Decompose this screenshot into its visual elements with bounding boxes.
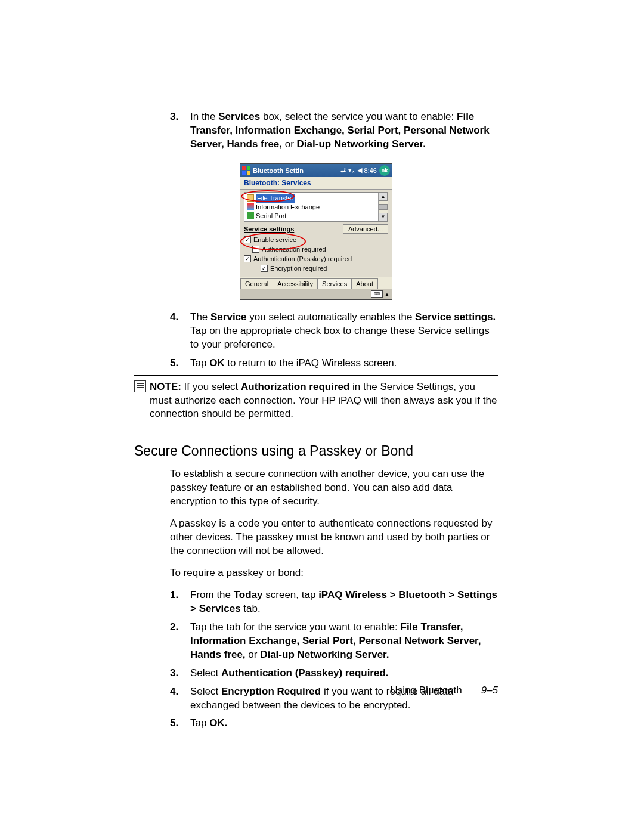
page-footer: Using Bluetooth 9–5 (134, 685, 498, 696)
services-listbox[interactable]: File Transfer Information Exchange Seria… (244, 192, 388, 222)
steps-list-b: 1. From the Today screen, tap iPAQ Wirel… (170, 589, 498, 730)
step-b3: 3. Select Authentication (Passkey) requi… (170, 667, 498, 680)
note-block: NOTE: If you select Authorization requir… (134, 380, 498, 422)
tabs: General Accessibility Services About (240, 277, 392, 289)
checkbox-group: ✓ Enable service Authorization required … (240, 234, 392, 277)
note-icon (134, 380, 146, 392)
step-3: 3. In the Services box, select the servi… (170, 110, 498, 151)
page-number: 9–5 (481, 685, 498, 696)
checkbox-enable-service[interactable]: ✓ Enable service (244, 235, 388, 244)
step-5: 5. Tap OK to return to the iPAQ Wireless… (170, 357, 498, 370)
step-text: Tap OK. (190, 717, 498, 730)
scroll-up-button[interactable]: ▲ (379, 193, 388, 201)
section-heading: Secure Connections using a Passkey or Bo… (134, 443, 498, 459)
service-item-serial-port[interactable]: Serial Port (247, 212, 377, 221)
checkbox-authentication[interactable]: ✓ Authentication (Passkey) required (244, 254, 388, 264)
checkbox-authorization[interactable]: Authorization required (244, 244, 388, 254)
step-text: In the Services box, select the service … (190, 110, 498, 151)
checkbox-icon[interactable]: ✓ (244, 255, 251, 262)
step-text: Select Authentication (Passkey) required… (190, 667, 498, 680)
step-number: 1. (170, 589, 190, 616)
steps-list-a: 3. In the Services box, select the servi… (170, 110, 498, 151)
tab-services[interactable]: Services (317, 278, 352, 289)
ipaq-window: Bluetooth Settin ⇄ ▾ₓ ◀ 8:46 ok Bluetoot… (240, 163, 392, 300)
sip-bar: ⌨ ▲ (240, 289, 392, 299)
sip-menu-icon[interactable]: ▲ (385, 292, 389, 297)
tab-general[interactable]: General (240, 278, 273, 289)
step-number: 4. (170, 311, 190, 352)
scroll-thumb[interactable] (379, 204, 388, 210)
service-settings-label: Service settings (244, 225, 294, 233)
ok-button[interactable]: ok (379, 165, 390, 176)
window-title: Bluetooth Settin (253, 167, 304, 174)
step-text: From the Today screen, tap iPAQ Wireless… (190, 589, 498, 616)
time-label: 8:46 (364, 167, 377, 174)
step-b5: 5. Tap OK. (170, 717, 498, 730)
start-icon[interactable] (242, 166, 250, 175)
step-text: Tap OK to return to the iPAQ Wireless sc… (190, 357, 498, 370)
tab-about[interactable]: About (351, 278, 378, 289)
bluetooth-services-header: Bluetooth: Services (240, 177, 392, 190)
divider (134, 426, 498, 426)
titlebar: Bluetooth Settin ⇄ ▾ₓ ◀ 8:46 ok (240, 164, 392, 177)
step-4: 4. The Service you select automatically … (170, 311, 498, 352)
page-content: 3. In the Services box, select the servi… (134, 110, 498, 735)
checkbox-icon[interactable]: ✓ (261, 265, 268, 272)
signal-icon[interactable]: ▾ₓ (348, 166, 355, 174)
checkbox-icon[interactable]: ✓ (244, 236, 251, 243)
checkbox-encryption[interactable]: ✓ Encryption required (244, 264, 388, 273)
keyboard-icon[interactable]: ⌨ (371, 290, 383, 298)
steps-list-a-cont: 4. The Service you select automatically … (170, 311, 498, 370)
folder-icon (247, 194, 254, 202)
step-text: Tap the tab for the service you want to … (190, 621, 498, 662)
connectivity-icon[interactable]: ⇄ (340, 166, 346, 174)
note-text: NOTE: If you select Authorization requir… (150, 380, 498, 422)
device-screenshot: Bluetooth Settin ⇄ ▾ₓ ◀ 8:46 ok Bluetoot… (134, 163, 498, 300)
step-text: The Service you select automatically ena… (190, 311, 498, 352)
port-icon (247, 212, 254, 219)
checkbox-icon[interactable] (252, 246, 259, 253)
tab-accessibility[interactable]: Accessibility (273, 278, 318, 289)
divider (134, 375, 498, 376)
paragraph: A passkey is a code you enter to authent… (170, 517, 498, 558)
step-number: 3. (170, 667, 190, 680)
card-icon (247, 203, 254, 210)
paragraph: To establish a secure connection with an… (170, 467, 498, 509)
step-b1: 1. From the Today screen, tap iPAQ Wirel… (170, 589, 498, 616)
step-b2: 2. Tap the tab for the service you want … (170, 621, 498, 662)
scrollbar[interactable]: ▲ ▼ (378, 193, 388, 221)
scroll-down-button[interactable]: ▼ (379, 213, 388, 221)
service-item-info-exchange[interactable]: Information Exchange (247, 203, 377, 212)
step-number: 3. (170, 110, 190, 151)
paragraph: To require a passkey or bond: (170, 566, 498, 580)
step-number: 5. (170, 357, 190, 370)
service-settings-row: Service settings Advanced... (240, 223, 392, 234)
chapter-title: Using Bluetooth (391, 685, 462, 696)
volume-icon[interactable]: ◀ (357, 166, 362, 174)
service-item-file-transfer[interactable]: File Transfer (247, 194, 377, 203)
advanced-button[interactable]: Advanced... (343, 224, 388, 234)
step-number: 5. (170, 717, 190, 730)
step-number: 2. (170, 621, 190, 662)
